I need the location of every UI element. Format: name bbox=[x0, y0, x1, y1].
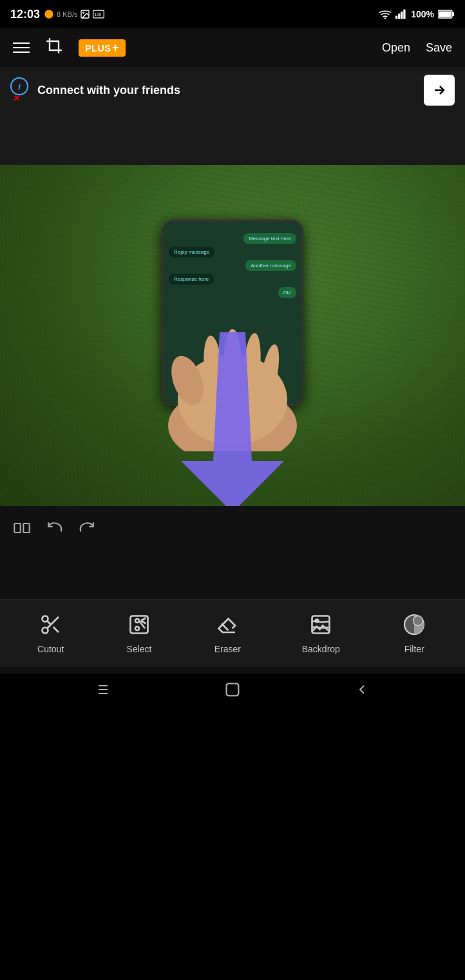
resize-tool-button[interactable] bbox=[13, 519, 31, 541]
backdrop-tool[interactable]: Backdrop bbox=[302, 610, 340, 654]
svg-point-33 bbox=[135, 619, 139, 623]
status-time: 12:03 bbox=[10, 8, 40, 21]
filter-tool[interactable]: Filter bbox=[400, 610, 428, 654]
chat-bubble-2: Reply message bbox=[169, 247, 214, 258]
signal-icon bbox=[395, 9, 407, 19]
photo-background: Message text here Reply message Another … bbox=[0, 165, 465, 506]
wifi-icon bbox=[379, 9, 392, 19]
image-icon bbox=[80, 9, 90, 19]
below-image-area: Cutout Select bbox=[0, 506, 465, 674]
svg-rect-23 bbox=[14, 523, 20, 532]
svg-rect-24 bbox=[23, 523, 29, 532]
status-icons: 8 KB/s 100 bbox=[44, 9, 104, 19]
recent-apps-icon bbox=[95, 682, 111, 697]
eraser-icon bbox=[213, 610, 242, 639]
scissors-icon bbox=[37, 610, 65, 639]
ad-text: Connect with your friends bbox=[37, 84, 180, 97]
crop-button[interactable] bbox=[45, 37, 63, 59]
svg-point-0 bbox=[44, 10, 53, 18]
purple-arrow bbox=[168, 332, 297, 506]
top-bar: PLUS + Open Save bbox=[0, 28, 465, 67]
top-bar-left: PLUS + bbox=[13, 37, 126, 59]
edit-tools bbox=[0, 519, 465, 541]
system-nav-bar bbox=[0, 674, 465, 710]
bottom-toolbar: Cutout Select bbox=[0, 599, 465, 667]
filter-icon bbox=[400, 610, 428, 639]
svg-rect-11 bbox=[452, 12, 454, 16]
undo-button[interactable] bbox=[46, 520, 63, 540]
main-image-area: Message text here Reply message Another … bbox=[0, 165, 465, 506]
brave-icon bbox=[44, 9, 54, 19]
select-label: Select bbox=[127, 644, 152, 654]
open-button[interactable]: Open bbox=[382, 41, 410, 55]
backdrop-icon bbox=[307, 610, 335, 639]
ad-banner[interactable]: i ✕ Connect with your friends bbox=[0, 67, 465, 113]
svg-line-29 bbox=[47, 621, 51, 625]
battery-label: 100% bbox=[411, 9, 434, 19]
chat-bubble-3: Another message bbox=[245, 260, 296, 271]
svg-rect-8 bbox=[401, 12, 403, 19]
cutout-label: Cutout bbox=[37, 644, 64, 654]
backdrop-label: Backdrop bbox=[302, 644, 340, 654]
svg-rect-9 bbox=[403, 10, 405, 19]
chat-bubble-1: Message text here bbox=[243, 233, 296, 244]
recent-apps-button[interactable] bbox=[95, 682, 111, 701]
svg-rect-44 bbox=[227, 684, 239, 696]
top-bar-right: Open Save bbox=[382, 41, 452, 55]
filter-label: Filter bbox=[404, 644, 424, 654]
arrow-right-icon bbox=[432, 82, 447, 98]
svg-point-2 bbox=[83, 12, 84, 14]
svg-marker-22 bbox=[181, 461, 284, 506]
svg-point-5 bbox=[384, 17, 386, 19]
ad-arrow-button[interactable] bbox=[424, 75, 455, 106]
svg-text:100: 100 bbox=[95, 12, 102, 17]
plus-badge[interactable]: PLUS + bbox=[79, 39, 126, 57]
home-button[interactable] bbox=[223, 681, 242, 702]
svg-rect-7 bbox=[398, 14, 400, 19]
svg-marker-21 bbox=[213, 332, 252, 461]
svg-point-26 bbox=[42, 628, 48, 634]
ad-close-icon[interactable]: ✕ bbox=[12, 93, 19, 103]
save-button[interactable]: Save bbox=[426, 41, 452, 55]
select-icon bbox=[125, 610, 153, 639]
plus-label: PLUS bbox=[85, 42, 111, 53]
black-space-top bbox=[0, 113, 465, 165]
ad-info-icon: i ✕ bbox=[10, 77, 28, 95]
menu-button[interactable] bbox=[13, 42, 30, 53]
eraser-label: Eraser bbox=[214, 644, 241, 654]
ad-info-wrapper: i ✕ bbox=[10, 77, 31, 103]
svg-rect-6 bbox=[395, 15, 397, 19]
svg-line-28 bbox=[53, 627, 58, 632]
back-icon bbox=[354, 682, 370, 697]
plus-symbol: + bbox=[112, 41, 119, 55]
select-tool[interactable]: Select bbox=[125, 610, 153, 654]
speed-label: 8 KB/s bbox=[57, 10, 77, 18]
home-icon bbox=[223, 681, 242, 699]
score-icon: 100 bbox=[93, 10, 104, 19]
chat-bubble-4: Response here bbox=[169, 274, 214, 285]
chat-bubble-5: Ok! bbox=[278, 287, 296, 298]
cutout-tool[interactable]: Cutout bbox=[37, 610, 65, 654]
redo-button[interactable] bbox=[79, 520, 95, 540]
svg-rect-12 bbox=[439, 12, 451, 17]
svg-point-40 bbox=[413, 616, 423, 626]
status-left: 12:03 8 KB/s 100 bbox=[10, 8, 104, 21]
svg-point-37 bbox=[316, 619, 319, 623]
purple-arrow-container bbox=[168, 332, 297, 506]
ad-left: i ✕ Connect with your friends bbox=[10, 77, 180, 103]
svg-point-34 bbox=[135, 627, 139, 630]
status-bar: 12:03 8 KB/s 100 bbox=[0, 0, 465, 28]
svg-point-25 bbox=[42, 616, 48, 622]
battery-icon bbox=[438, 10, 455, 19]
svg-rect-36 bbox=[312, 616, 330, 634]
eraser-tool[interactable]: Eraser bbox=[213, 610, 242, 654]
back-button[interactable] bbox=[354, 682, 370, 701]
status-right: 100% bbox=[379, 9, 455, 19]
